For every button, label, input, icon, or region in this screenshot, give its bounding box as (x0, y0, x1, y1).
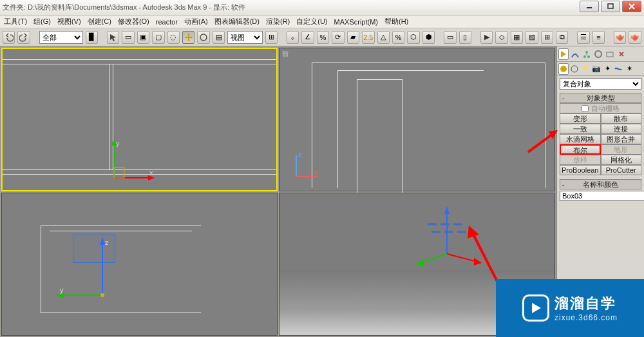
menu-create[interactable]: 创建(C) (88, 17, 111, 26)
svg-point-43 (560, 66, 567, 72)
lights-cat[interactable] (580, 63, 591, 75)
select-crossing-button[interactable]: ▢ (152, 31, 164, 44)
coord-select[interactable]: 视图 (227, 31, 262, 44)
svg-point-44 (571, 66, 578, 72)
terrain-button[interactable]: 地形 (601, 144, 642, 155)
menu-customize[interactable]: 自定义(U) (296, 17, 327, 26)
svg-point-40 (587, 55, 590, 58)
select-window-button[interactable]: ▣ (137, 31, 149, 44)
conform-button[interactable]: 一致 (560, 124, 601, 134)
teapot-tool-2[interactable]: 🫖 (629, 31, 641, 44)
motion-tab[interactable] (593, 48, 603, 60)
viewport-top[interactable]: y x (1, 48, 278, 191)
pivot-button[interactable]: ⊞ (265, 31, 278, 44)
menu-tools[interactable]: 工具(T) (4, 17, 27, 26)
boolean-button[interactable]: 布尔 (560, 144, 601, 155)
menu-modifier[interactable]: 修改器(O) (118, 17, 149, 26)
menu-maxscript[interactable]: MAXScript(M) (334, 18, 378, 26)
move-button[interactable] (182, 31, 194, 44)
layer-select[interactable]: 全部 (39, 31, 83, 44)
object-name-input[interactable] (560, 191, 644, 201)
systems-cat[interactable]: ✶ (624, 63, 634, 75)
mesher-button[interactable]: 网格化 (601, 155, 642, 165)
layer-manager-button[interactable]: ▉ (86, 31, 98, 44)
main-toolbar: 全部 ▉ ▭ ▣ ▢ ◌ ▤ 视图 ⊞ ⬨ ∠ % ⟳ ▰ 2.5 △ % ⬡ … (0, 28, 644, 46)
shapes-cat[interactable] (569, 63, 580, 75)
svg-point-4 (200, 34, 207, 41)
viewport-left[interactable]: z y (1, 193, 278, 336)
procutter-button[interactable]: ProCutter (601, 165, 642, 175)
create-tab[interactable] (558, 48, 569, 60)
svg-marker-36 (468, 226, 479, 238)
align-button[interactable]: 2.5 (362, 31, 374, 44)
named-sel-button[interactable]: ▭ (444, 31, 456, 44)
menu-help[interactable]: 帮助(H) (384, 17, 408, 26)
axis-icon: z x (291, 149, 323, 182)
menu-reactor[interactable]: reactor (156, 18, 178, 26)
connect-button[interactable]: 连接 (601, 124, 642, 134)
blobmesh-button[interactable]: 水滴网格 (560, 134, 601, 144)
geometry-cat[interactable] (558, 63, 569, 75)
minimize-button[interactable] (580, 1, 599, 12)
align-camera-button[interactable]: ⬢ (422, 31, 435, 44)
shapemerge-button[interactable]: 图形合并 (601, 134, 642, 144)
viewport-front[interactable]: 前 z x (279, 48, 555, 191)
svg-point-41 (595, 51, 601, 57)
panel-tabs (557, 46, 644, 62)
display-tab[interactable] (605, 48, 615, 60)
named-sel2-button[interactable]: ▯ (459, 31, 471, 44)
quick-align-button[interactable]: △ (377, 31, 390, 44)
hierarchy-tab[interactable] (582, 48, 592, 60)
spacewarps-cat[interactable] (613, 63, 623, 75)
curve-editor-button[interactable]: ▧ (526, 31, 538, 44)
angle-snap-button[interactable]: ∠ (301, 31, 314, 44)
svg-marker-24 (444, 206, 450, 214)
percent-snap-button[interactable]: % (317, 31, 329, 44)
menu-animation[interactable]: 动画(A) (184, 17, 208, 26)
menu-group[interactable]: 组(G) (33, 17, 51, 26)
maximize-button[interactable] (601, 1, 620, 12)
cameras-cat[interactable]: 📷 (591, 63, 601, 75)
utilities-tab[interactable] (616, 48, 627, 60)
eraser-icon[interactable]: ◇ (495, 31, 507, 44)
snap-button[interactable]: ⬨ (287, 31, 299, 44)
menu-views[interactable]: 视图(V) (57, 17, 81, 26)
loft-button[interactable]: 放样 (560, 155, 601, 165)
modify-tab[interactable] (570, 48, 580, 60)
svg-text:z: z (298, 151, 302, 159)
menu-graph[interactable]: 图表编辑器(D) (214, 17, 260, 26)
render-quick-button[interactable]: ☰ (577, 31, 589, 44)
scale-button[interactable]: ▤ (213, 31, 225, 44)
play-button[interactable]: ▶ (480, 31, 493, 44)
menu-render[interactable]: 渲染(R) (266, 17, 290, 26)
teapot-tool[interactable]: 🫖 (614, 31, 626, 44)
material-button[interactable]: ▦ (511, 31, 523, 44)
select-circle-button[interactable]: ◌ (167, 31, 180, 44)
render-setup-button[interactable]: ⧉ (556, 31, 568, 44)
spinner-snap-button[interactable]: ⟳ (332, 31, 344, 44)
object-type-select[interactable]: 复合对象 (560, 78, 641, 90)
morph-button[interactable]: 变形 (560, 113, 601, 124)
scatter-button[interactable]: 散布 (601, 113, 642, 124)
svg-point-45 (583, 66, 587, 70)
select-rect-button[interactable]: ▭ (122, 31, 134, 44)
proboolean-button[interactable]: ProBoolean (560, 165, 601, 175)
rollout-object-type[interactable]: -对象类型 (560, 93, 641, 103)
schematic-button[interactable]: ⊞ (541, 31, 553, 44)
svg-text:y: y (116, 139, 120, 147)
svg-marker-28 (416, 259, 424, 267)
autogrid-checkbox[interactable]: 自动栅格 (560, 103, 641, 113)
select-button[interactable] (107, 31, 119, 44)
render-last-button[interactable]: ≡ (592, 31, 605, 44)
rotate-button[interactable] (197, 31, 209, 44)
svg-text:y: y (60, 286, 64, 294)
normal-align-button[interactable]: % (392, 31, 404, 44)
close-button[interactable] (622, 1, 641, 12)
place-hilite-button[interactable]: ⬡ (407, 31, 419, 44)
mirror-button[interactable]: ▰ (347, 31, 359, 44)
rollout-name-color[interactable]: -名称和颜色 (560, 179, 641, 189)
svg-marker-17 (100, 237, 105, 245)
helpers-cat[interactable]: ✦ (602, 63, 612, 75)
redo-button[interactable] (17, 31, 30, 44)
undo-button[interactable] (3, 31, 15, 44)
